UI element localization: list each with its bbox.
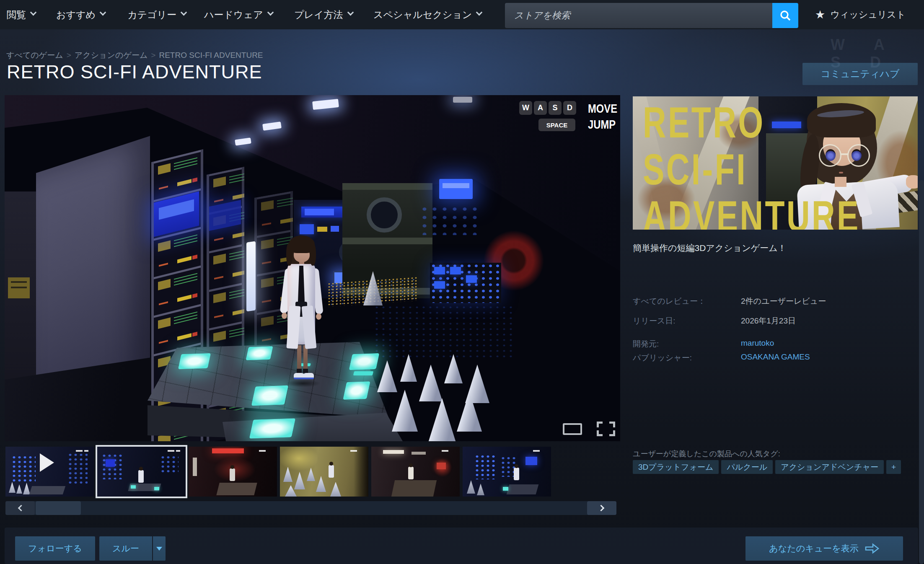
jump-label: JUMP [588,118,616,132]
nav-browse[interactable]: 閲覧 [7,0,36,29]
chevron-down-icon [100,9,106,16]
community-hub-button[interactable]: コミュニティハブ [802,63,918,85]
cone [377,360,397,392]
cone [392,390,418,432]
thumbnails-prev-button[interactable] [5,501,35,515]
add-tag-button[interactable]: + [886,460,901,474]
thumbnail-scrollbar-thumb[interactable] [36,501,81,515]
key-space: SPACE [538,119,575,131]
main-screenshot[interactable]: W A S D MOVE SPACE JUMP [5,95,620,441]
search-input[interactable]: ストアを検索 [505,3,772,28]
chevron-down-icon [30,9,37,16]
server-lights [430,263,501,303]
floor-grid [373,305,516,359]
glow-tile [343,381,370,400]
player-view-controls [563,422,617,437]
tag[interactable]: パルクール [721,460,773,474]
chevron-down-icon [267,9,274,16]
breadcrumb: すべてのゲーム>アクションのゲーム>RETRO SCI-FI ADVENTURE [6,50,263,61]
wishlist-button[interactable]: ★ ウィッシュリスト [815,0,906,29]
search-button[interactable] [772,3,798,28]
key-w: W [519,101,532,115]
nav-how-to-play[interactable]: プレイ方法 [294,0,353,29]
page-title: RETRO SCI-FI ADVENTURE [7,61,262,83]
page-scrollbar[interactable] [919,180,924,564]
breadcrumb-all-games[interactable]: すべてのゲーム [6,51,63,60]
ignore-dropdown-button[interactable] [153,536,166,561]
chevron-down-icon [476,9,483,16]
arrow-right-icon [864,543,880,554]
cone [427,398,457,441]
top-nav: 閲覧 おすすめ カテゴリー ハードウェア プレイ方法 スペシャルセクション スト… [0,0,924,29]
developer-link[interactable]: marutoko [741,339,774,349]
chevron-left-icon [18,505,24,512]
tag[interactable]: 3Dプラットフォーム [633,460,719,474]
theater-mode-icon[interactable] [563,423,582,435]
game-short-description: 簡単操作の短編3Dアクションゲーム！ [633,242,922,254]
chevron-down-icon [347,9,354,16]
breadcrumb-current: RETRO SCI-FI ADVENTURE [159,51,263,60]
fullscreen-icon[interactable] [597,422,615,436]
capsule-title: RETRO SCI-FI ADVENTURE [643,99,860,230]
key-d: D [563,101,576,115]
ignore-button[interactable]: スルー [99,536,152,561]
dim-panels [419,205,478,235]
key-s: S [549,101,562,115]
review-summary[interactable]: 2件のユーザーレビュー [741,296,826,307]
character [279,235,326,391]
store-search: ストアを検索 [505,3,798,28]
glow-bar [353,371,373,375]
screenshot-thumbnail[interactable] [280,447,368,497]
game-capsule-image: RETRO SCI-FI ADVENTURE [633,96,918,230]
light-strip [246,241,256,311]
glow-tile [349,353,380,370]
key-a: A [534,101,547,115]
screenshot-thumbnail[interactable] [189,447,277,497]
chevron-right-icon [598,505,604,512]
publisher-link[interactable]: OSAKANA GAMES [741,352,810,363]
nav-categories[interactable]: カテゴリー [127,0,186,29]
glow-tile [249,418,295,438]
cone [419,365,443,401]
glowing-screen [439,179,473,199]
breadcrumb-action-games[interactable]: アクションのゲーム [75,51,148,60]
tag-list: 3Dプラットフォーム パルクール アクションアドベンチャー + [633,460,901,474]
star-icon: ★ [815,8,825,21]
move-label: MOVE [588,102,617,116]
caret-down-icon [156,547,162,551]
ceiling-light [453,97,472,103]
screenshot-thumbnail[interactable] [371,447,460,497]
thumbnail-scrollbar-track[interactable] [5,501,616,515]
nav-special-sections[interactable]: スペシャルセクション [373,0,481,29]
info-row-publisher: パブリッシャー: OSAKANA GAMES [633,352,922,363]
tags-label: ユーザーが定義したこの製品への人気タグ: [633,449,780,459]
nav-recommended[interactable]: おすすめ [56,0,105,29]
info-row-developer: 開発元: marutoko [633,339,922,349]
tag[interactable]: アクションアドベンチャー [775,460,884,474]
nav-hardware[interactable]: ハードウェア [204,0,273,29]
view-queue-button[interactable]: あなたのキューを表示 [745,536,903,561]
glow-tile [178,353,211,369]
chevron-down-icon [181,9,187,16]
screenshot-thumbnail-selected[interactable] [97,447,186,497]
search-icon [779,9,792,22]
wall-label [8,277,30,298]
follow-button[interactable]: フォローする [15,536,95,561]
info-row-reviews: すべてのレビュー： 2件のユーザーレビュー [633,296,922,307]
video-thumbnail[interactable] [5,447,94,497]
info-row-release-date: リリース日: 2026年1月23日 [633,316,922,326]
screenshot-thumbnail[interactable] [463,447,551,497]
thumbnails-next-button[interactable] [587,501,616,515]
glow-tile [246,346,273,360]
